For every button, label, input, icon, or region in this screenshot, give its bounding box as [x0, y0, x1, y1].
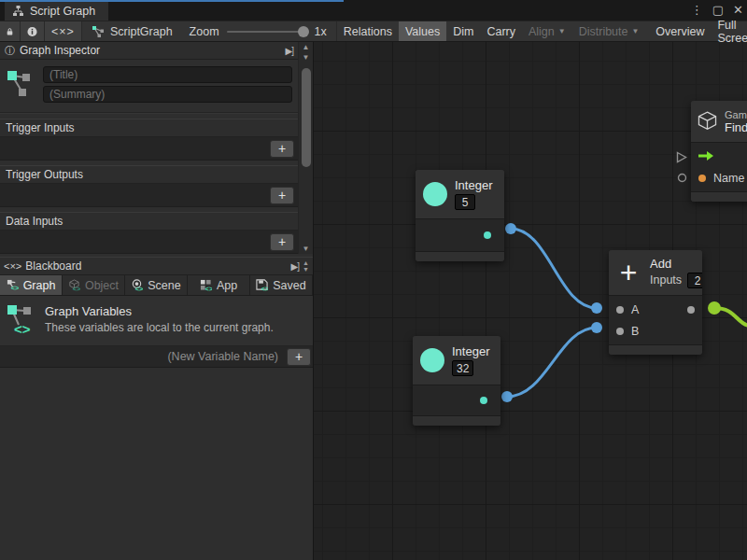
add-data-input-button[interactable]: + [270, 233, 294, 251]
name-port-row: Name [691, 167, 747, 189]
lock-icon [7, 26, 13, 37]
lock-button[interactable] [0, 21, 21, 41]
graph-variables-icon: <> [4, 304, 37, 336]
info-button[interactable] [21, 21, 45, 41]
integer-value-field[interactable]: 5 [455, 194, 475, 210]
new-variable-name-input[interactable] [2, 348, 284, 365]
wire-integer32-to-add-b [507, 328, 597, 397]
gameobject-cube-icon [697, 108, 718, 134]
trigger-outputs-list: + [0, 184, 298, 207]
graph-toolbar: <×> ScriptGraph Zoom 1x Relations Values… [0, 21, 747, 42]
input-port-name[interactable] [698, 175, 706, 182]
scroll-down-arrow[interactable]: ▼ [299, 52, 314, 63]
input-port-b[interactable] [616, 328, 624, 335]
info-icon [27, 26, 37, 37]
graph-variables-description: These variables are local to the current… [45, 321, 274, 334]
node-title: Find [725, 120, 747, 134]
inputs-count-field[interactable]: 2 [687, 273, 702, 288]
window-menu-icon[interactable]: ⋮ [691, 3, 703, 18]
scroll-down-arrow[interactable]: ▼ [299, 244, 314, 254]
blackboard-empty-area [0, 368, 313, 560]
object-cube-icon: <> [68, 279, 80, 291]
add-trigger-output-button[interactable]: + [270, 187, 294, 204]
view-toggle-group: Relations Values Dim Carry Align ▼ Distr… [336, 21, 747, 41]
app-icon: <> [200, 279, 212, 291]
integer-value-field[interactable]: 32 [452, 360, 473, 376]
trigger-arrow-icon[interactable] [698, 151, 713, 161]
input-port-a[interactable] [616, 306, 624, 314]
align-dropdown[interactable]: Align ▼ [522, 21, 572, 41]
graph-variables-info: <> Graph Variables These variables are l… [0, 296, 313, 346]
graph-breadcrumb[interactable]: ScriptGraph [82, 21, 182, 41]
graph-variables-icon [4, 66, 37, 103]
new-variable-row: + [0, 346, 313, 368]
info-icon: ⓘ [5, 44, 15, 58]
data-inputs-list: + [0, 231, 298, 254]
close-icon[interactable]: ✕ [733, 3, 743, 18]
tab-label: Script Graph [30, 5, 95, 18]
panel-dock-icon[interactable]: ▶] [291, 261, 299, 272]
value-indicator-icon [677, 173, 687, 183]
output-port[interactable] [484, 231, 491, 239]
values-toggle[interactable]: Values [399, 21, 446, 41]
node-find[interactable]: Game Object Find Name [691, 101, 747, 202]
chevron-down-icon: ▼ [558, 27, 566, 35]
zoom-slider-handle[interactable] [298, 26, 309, 37]
output-port[interactable] [687, 306, 695, 314]
scroll-up-arrow[interactable]: ▲ [299, 42, 314, 52]
variables-icon: <×> [4, 260, 21, 272]
trigger-outputs-header: Trigger Outputs [0, 165, 298, 184]
blackboard-tabs: <> Graph <> Object <> [0, 275, 313, 296]
code-view-button[interactable]: <×> [45, 21, 82, 41]
graph-inspector-title: Graph Inspector [20, 44, 100, 57]
integer-type-icon [423, 182, 447, 206]
graph-variables-title: Graph Variables [45, 304, 274, 318]
node-integer-5[interactable]: Integer 5 [416, 170, 504, 261]
blackboard-header: <×> Blackboard ▶] ▲▼ [0, 257, 313, 275]
graph-summary-input[interactable] [43, 86, 292, 103]
tab-scene[interactable]: <> Scene [125, 275, 188, 295]
graph-canvas[interactable]: Integer 5 Integer 32 [314, 42, 747, 560]
add-variable-button[interactable]: + [287, 348, 311, 366]
panel-dock-icon[interactable]: ▶] [286, 46, 293, 56]
node-title: Integer [455, 178, 492, 192]
scrollbar-track[interactable] [299, 63, 314, 244]
relations-toggle[interactable]: Relations [337, 21, 399, 41]
distribute-dropdown[interactable]: Distribute ▼ [572, 21, 646, 41]
scrollbar-thumb[interactable] [302, 68, 311, 167]
tab-saved[interactable]: <> Saved [250, 275, 313, 295]
tab-script-graph[interactable]: Script Graph [5, 2, 108, 21]
zoom-slider[interactable] [227, 31, 307, 33]
add-icon: + [614, 260, 642, 285]
trigger-indicator-icon [676, 151, 687, 163]
maximize-icon[interactable]: ▢ [712, 3, 724, 18]
svg-text:<>: <> [204, 285, 211, 291]
output-port[interactable] [480, 397, 487, 404]
chevron-down-icon: ▼ [631, 27, 639, 35]
node-title: Add [650, 257, 702, 271]
full-screen-button[interactable]: Full Screen [711, 21, 747, 41]
wire-integer5-to-add-a [511, 229, 597, 308]
node-add[interactable]: + Add Inputs 2 A [609, 250, 702, 355]
inspector-scrollbar: ▲ ▼ ▼ [298, 42, 313, 254]
tab-graph[interactable]: <> Graph [0, 275, 63, 295]
blackboard-scroll-arrows[interactable]: ▲▼ [303, 260, 309, 273]
node-integer-32[interactable]: Integer 32 [413, 336, 500, 426]
wire-add-output [714, 308, 747, 326]
port-row-b: B [609, 320, 702, 342]
add-trigger-input-button[interactable]: + [270, 140, 294, 158]
inputs-label: Inputs [650, 273, 682, 287]
graph-title-input[interactable] [43, 66, 292, 83]
overview-button[interactable]: Overview [649, 21, 711, 41]
node-title: Integer [452, 344, 489, 358]
saved-floppy-icon: <> [256, 279, 268, 291]
scene-icon: <> [131, 279, 143, 291]
dim-toggle[interactable]: Dim [446, 21, 480, 41]
tab-object[interactable]: <> Object [63, 275, 125, 295]
trigger-inputs-list: + [0, 137, 298, 161]
svg-text:<>: <> [135, 285, 143, 291]
window-controls: ⋮ ▢ ✕ [691, 3, 743, 18]
tab-app[interactable]: <> App [188, 275, 250, 295]
carry-toggle[interactable]: Carry [480, 21, 522, 41]
graph-inspector-header: ⓘ Graph Inspector ▶] [0, 42, 298, 60]
